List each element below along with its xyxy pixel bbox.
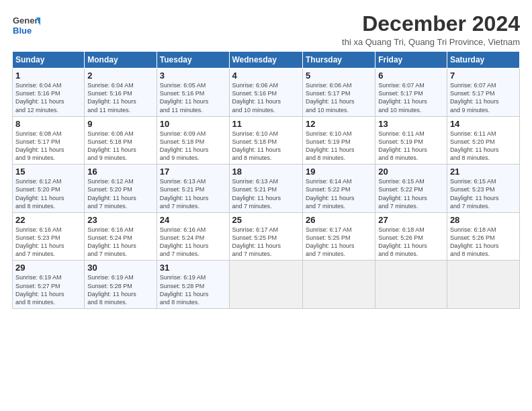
calendar-cell: 16Sunrise: 6:12 AM Sunset: 5:20 PM Dayli…	[85, 165, 157, 213]
col-friday: Friday	[375, 52, 447, 68]
day-number: 14	[450, 119, 517, 129]
week-row-4: 22Sunrise: 6:16 AM Sunset: 5:23 PM Dayli…	[13, 212, 520, 261]
day-info: Sunrise: 6:11 AM Sunset: 5:20 PM Dayligh…	[450, 130, 517, 163]
week-row-3: 15Sunrise: 6:12 AM Sunset: 5:20 PM Dayli…	[13, 165, 520, 213]
day-info: Sunrise: 6:14 AM Sunset: 5:22 PM Dayligh…	[306, 177, 372, 210]
calendar-cell: 7Sunrise: 6:07 AM Sunset: 5:17 PM Daylig…	[447, 68, 519, 117]
day-info: Sunrise: 6:18 AM Sunset: 5:26 PM Dayligh…	[378, 226, 444, 259]
day-info: Sunrise: 6:18 AM Sunset: 5:26 PM Dayligh…	[450, 226, 517, 259]
col-thursday: Thursday	[302, 52, 375, 68]
day-number: 2	[87, 71, 153, 81]
calendar-cell: 28Sunrise: 6:18 AM Sunset: 5:26 PM Dayli…	[447, 212, 519, 261]
day-info: Sunrise: 6:16 AM Sunset: 5:23 PM Dayligh…	[15, 226, 81, 259]
calendar-cell: 30Sunrise: 6:19 AM Sunset: 5:28 PM Dayli…	[85, 261, 157, 309]
day-info: Sunrise: 6:15 AM Sunset: 5:23 PM Dayligh…	[450, 177, 517, 210]
calendar-cell: 10Sunrise: 6:09 AM Sunset: 5:18 PM Dayli…	[157, 116, 229, 165]
week-row-5: 29Sunrise: 6:19 AM Sunset: 5:27 PM Dayli…	[13, 261, 520, 309]
calendar-cell: 1Sunrise: 6:04 AM Sunset: 5:16 PM Daylig…	[13, 68, 85, 117]
day-number: 26	[306, 215, 372, 225]
day-info: Sunrise: 6:17 AM Sunset: 5:25 PM Dayligh…	[232, 226, 300, 259]
calendar-cell: 15Sunrise: 6:12 AM Sunset: 5:20 PM Dayli…	[13, 165, 85, 213]
day-number: 16	[87, 167, 153, 177]
calendar-cell: 12Sunrise: 6:10 AM Sunset: 5:19 PM Dayli…	[302, 116, 375, 165]
day-info: Sunrise: 6:06 AM Sunset: 5:16 PM Dayligh…	[232, 81, 300, 114]
svg-text:Blue: Blue	[13, 26, 32, 36]
day-number: 11	[232, 119, 300, 129]
col-sunday: Sunday	[13, 52, 85, 68]
logo: General Blue	[12, 12, 40, 40]
day-info: Sunrise: 6:08 AM Sunset: 5:17 PM Dayligh…	[15, 130, 81, 163]
day-number: 30	[87, 263, 153, 273]
calendar-cell: 3Sunrise: 6:05 AM Sunset: 5:16 PM Daylig…	[157, 68, 229, 117]
location: thi xa Quang Tri, Quang Tri Province, Vi…	[342, 37, 520, 47]
day-info: Sunrise: 6:11 AM Sunset: 5:19 PM Dayligh…	[378, 130, 444, 163]
day-info: Sunrise: 6:13 AM Sunset: 5:21 PM Dayligh…	[232, 177, 300, 210]
day-number: 4	[232, 71, 300, 81]
day-number: 8	[15, 119, 81, 129]
day-number: 28	[450, 215, 517, 225]
calendar-cell: 25Sunrise: 6:17 AM Sunset: 5:25 PM Dayli…	[229, 212, 302, 261]
day-info: Sunrise: 6:10 AM Sunset: 5:19 PM Dayligh…	[306, 130, 372, 163]
day-number: 24	[160, 215, 226, 225]
calendar-header-row: Sunday Monday Tuesday Wednesday Thursday…	[13, 52, 520, 68]
col-wednesday: Wednesday	[229, 52, 302, 68]
day-info: Sunrise: 6:07 AM Sunset: 5:17 PM Dayligh…	[450, 81, 517, 114]
calendar-cell	[375, 261, 447, 309]
logo-svg: General Blue	[12, 12, 40, 40]
day-info: Sunrise: 6:09 AM Sunset: 5:18 PM Dayligh…	[160, 130, 226, 163]
day-info: Sunrise: 6:19 AM Sunset: 5:27 PM Dayligh…	[15, 273, 81, 306]
day-number: 23	[87, 215, 153, 225]
header: General Blue December 2024 thi xa Quang …	[12, 12, 520, 47]
week-row-2: 8Sunrise: 6:08 AM Sunset: 5:17 PM Daylig…	[13, 116, 520, 165]
calendar-cell	[229, 261, 302, 309]
day-number: 29	[15, 263, 81, 273]
day-number: 10	[160, 119, 226, 129]
svg-text:General: General	[13, 15, 40, 26]
calendar-cell: 22Sunrise: 6:16 AM Sunset: 5:23 PM Dayli…	[13, 212, 85, 261]
calendar-table: Sunday Monday Tuesday Wednesday Thursday…	[12, 51, 520, 309]
calendar-cell	[302, 261, 375, 309]
col-monday: Monday	[85, 52, 157, 68]
day-info: Sunrise: 6:19 AM Sunset: 5:28 PM Dayligh…	[160, 273, 226, 306]
day-info: Sunrise: 6:10 AM Sunset: 5:18 PM Dayligh…	[232, 130, 300, 163]
day-info: Sunrise: 6:12 AM Sunset: 5:20 PM Dayligh…	[15, 177, 81, 210]
calendar-cell: 4Sunrise: 6:06 AM Sunset: 5:16 PM Daylig…	[229, 68, 302, 117]
col-tuesday: Tuesday	[157, 52, 229, 68]
calendar-cell: 27Sunrise: 6:18 AM Sunset: 5:26 PM Dayli…	[375, 212, 447, 261]
day-info: Sunrise: 6:16 AM Sunset: 5:24 PM Dayligh…	[160, 226, 226, 259]
calendar-cell: 29Sunrise: 6:19 AM Sunset: 5:27 PM Dayli…	[13, 261, 85, 309]
day-info: Sunrise: 6:19 AM Sunset: 5:28 PM Dayligh…	[87, 273, 153, 306]
calendar-cell: 26Sunrise: 6:17 AM Sunset: 5:25 PM Dayli…	[302, 212, 375, 261]
day-number: 21	[450, 167, 517, 177]
day-number: 17	[160, 167, 226, 177]
day-number: 27	[378, 215, 444, 225]
day-number: 22	[15, 215, 81, 225]
calendar-cell	[447, 261, 519, 309]
calendar-cell: 17Sunrise: 6:13 AM Sunset: 5:21 PM Dayli…	[157, 165, 229, 213]
day-info: Sunrise: 6:04 AM Sunset: 5:16 PM Dayligh…	[15, 81, 81, 114]
day-number: 13	[378, 119, 444, 129]
day-number: 7	[450, 71, 517, 81]
calendar-cell: 6Sunrise: 6:07 AM Sunset: 5:17 PM Daylig…	[375, 68, 447, 117]
day-number: 31	[160, 263, 226, 273]
day-number: 3	[160, 71, 226, 81]
day-info: Sunrise: 6:16 AM Sunset: 5:24 PM Dayligh…	[87, 226, 153, 259]
calendar-cell: 5Sunrise: 6:06 AM Sunset: 5:17 PM Daylig…	[302, 68, 375, 117]
calendar-cell: 14Sunrise: 6:11 AM Sunset: 5:20 PM Dayli…	[447, 116, 519, 165]
day-info: Sunrise: 6:12 AM Sunset: 5:20 PM Dayligh…	[87, 177, 153, 210]
calendar-cell: 2Sunrise: 6:04 AM Sunset: 5:16 PM Daylig…	[85, 68, 157, 117]
calendar-cell: 11Sunrise: 6:10 AM Sunset: 5:18 PM Dayli…	[229, 116, 302, 165]
calendar-cell: 19Sunrise: 6:14 AM Sunset: 5:22 PM Dayli…	[302, 165, 375, 213]
page: General Blue December 2024 thi xa Quang …	[0, 0, 532, 411]
calendar-cell: 20Sunrise: 6:15 AM Sunset: 5:22 PM Dayli…	[375, 165, 447, 213]
calendar-cell: 18Sunrise: 6:13 AM Sunset: 5:21 PM Dayli…	[229, 165, 302, 213]
calendar-cell: 9Sunrise: 6:08 AM Sunset: 5:18 PM Daylig…	[85, 116, 157, 165]
day-info: Sunrise: 6:07 AM Sunset: 5:17 PM Dayligh…	[378, 81, 444, 114]
col-saturday: Saturday	[447, 52, 519, 68]
day-number: 18	[232, 167, 300, 177]
week-row-1: 1Sunrise: 6:04 AM Sunset: 5:16 PM Daylig…	[13, 68, 520, 117]
day-info: Sunrise: 6:05 AM Sunset: 5:16 PM Dayligh…	[160, 81, 226, 114]
calendar-cell: 23Sunrise: 6:16 AM Sunset: 5:24 PM Dayli…	[85, 212, 157, 261]
day-info: Sunrise: 6:04 AM Sunset: 5:16 PM Dayligh…	[87, 81, 153, 114]
day-number: 15	[15, 167, 81, 177]
